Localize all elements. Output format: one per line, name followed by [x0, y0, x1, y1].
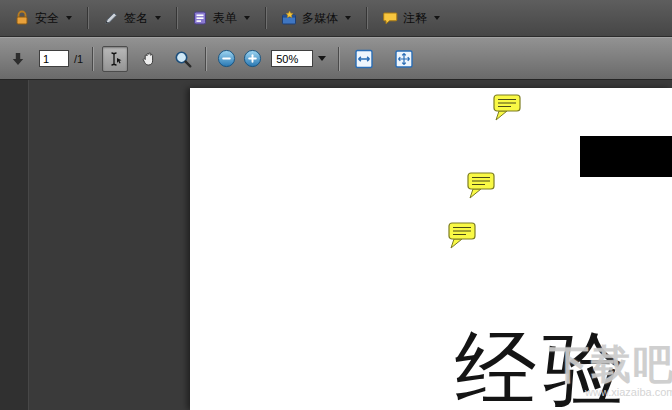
- black-redaction-box: [580, 136, 672, 177]
- page-count-label: /1: [74, 53, 83, 65]
- toolbar-separator: [176, 7, 177, 29]
- multimedia-button-label: 多媒体: [302, 10, 338, 27]
- watermark-site-name: 下载吧: [549, 337, 672, 392]
- document-area: 经验 下载吧 www.xiazaiba.com: [0, 80, 672, 410]
- forms-button[interactable]: 表单: [184, 6, 258, 31]
- zoom-out-button[interactable]: [215, 46, 237, 72]
- fit-width-button[interactable]: [351, 46, 377, 72]
- signature-button[interactable]: 签名: [95, 6, 169, 31]
- chevron-down-icon: [244, 16, 250, 20]
- zoom-in-button[interactable]: [241, 46, 263, 72]
- fit-width-icon: [353, 48, 375, 70]
- toolbar-separator: [205, 47, 206, 71]
- watermark-site-url: www.xiazaiba.com: [585, 386, 672, 398]
- comment-icon: [382, 10, 398, 26]
- arrow-down-icon: [9, 50, 27, 68]
- fit-page-button[interactable]: [391, 46, 417, 72]
- page-number-input[interactable]: [39, 50, 69, 67]
- security-button[interactable]: 安全: [6, 6, 80, 31]
- chevron-down-icon: [155, 16, 161, 20]
- zoom-level-field[interactable]: 50%: [271, 50, 313, 67]
- forms-button-label: 表单: [213, 10, 237, 27]
- hand-icon: [140, 50, 158, 68]
- navigation-toolbar: /1 50%: [0, 37, 672, 80]
- comments-button-label: 注释: [403, 10, 427, 27]
- text-select-icon: [106, 50, 124, 68]
- lock-icon: [14, 10, 30, 26]
- main-toolbar: 安全 签名 表单 多媒体 注释: [0, 0, 672, 37]
- comments-button[interactable]: 注释: [374, 6, 448, 31]
- toolbar-separator: [92, 47, 93, 71]
- next-page-button[interactable]: [5, 46, 31, 72]
- fit-page-icon: [393, 48, 415, 70]
- zoom-out-icon: [217, 49, 236, 68]
- comment-annotation-icon[interactable]: [492, 93, 523, 122]
- chevron-down-icon: [434, 16, 440, 20]
- navigation-pane-strip[interactable]: [0, 80, 29, 410]
- select-text-tool-button[interactable]: [102, 46, 128, 72]
- zoom-level-value: 50%: [276, 53, 298, 65]
- magnifier-icon: [173, 49, 193, 69]
- comment-annotation-icon[interactable]: [447, 221, 478, 250]
- form-icon: [192, 10, 208, 26]
- zoom-in-icon: [243, 49, 262, 68]
- toolbar-separator: [265, 7, 266, 29]
- zoom-dropdown-arrow-icon[interactable]: [318, 56, 326, 61]
- chevron-down-icon: [345, 16, 351, 20]
- toolbar-separator: [87, 7, 88, 29]
- comment-annotation-icon[interactable]: [466, 171, 497, 200]
- chevron-down-icon: [66, 16, 72, 20]
- toolbar-separator: [338, 47, 339, 71]
- multimedia-icon: [281, 10, 297, 26]
- signature-button-label: 签名: [124, 10, 148, 27]
- pen-icon: [103, 10, 119, 26]
- security-button-label: 安全: [35, 10, 59, 27]
- toolbar-separator: [366, 7, 367, 29]
- marquee-zoom-tool-button[interactable]: [170, 46, 196, 72]
- hand-tool-button[interactable]: [136, 46, 162, 72]
- multimedia-button[interactable]: 多媒体: [273, 6, 359, 31]
